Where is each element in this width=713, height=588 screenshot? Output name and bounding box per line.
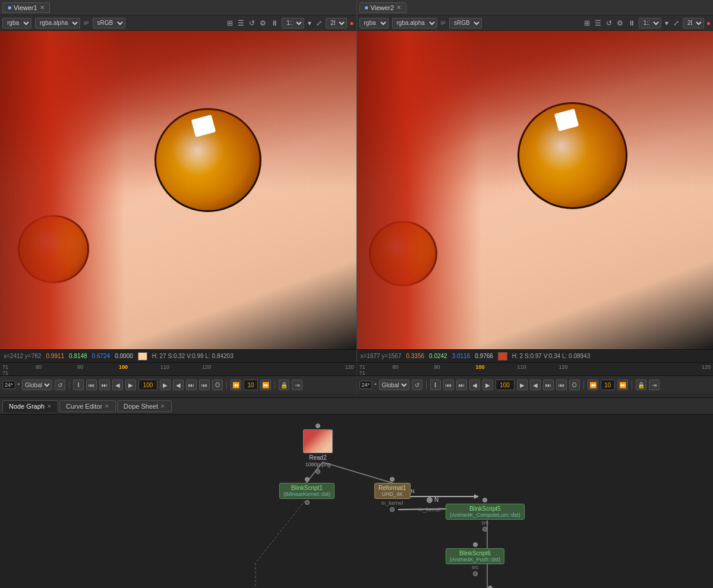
viewer2-channel-select[interactable]: rgba — [359, 18, 389, 29]
viewer1-colorspace-select[interactable]: sRGB — [93, 18, 125, 29]
tc-extra3-left[interactable]: ⇥ — [292, 380, 302, 390]
tc-next-left[interactable]: ⏭ — [186, 380, 197, 390]
current-frame-right[interactable] — [496, 380, 515, 390]
node-read2-input[interactable] — [316, 469, 320, 474]
node-blinkscript6[interactable]: BlinkScript6 (Anime4K_Push::dst) src — [446, 542, 504, 576]
tc-play-rev-right[interactable]: ◀ — [530, 380, 541, 390]
viewer1-close[interactable]: ✕ — [40, 4, 45, 11]
node-reformat1-output[interactable] — [390, 477, 395, 482]
fps-badge-left[interactable]: 24* — [2, 381, 15, 389]
viewer1-icon-list[interactable]: ☰ — [236, 19, 245, 27]
node-blinkscript1[interactable]: BlinkScript1 (BilinearKernel::dst) — [279, 477, 335, 505]
viewer2-colorspace-select[interactable]: sRGB — [449, 18, 482, 29]
viewer2-icon-refresh[interactable]: ↺ — [605, 19, 613, 27]
tc-loop-right[interactable]: O — [569, 380, 580, 390]
tc-prev-anim-right[interactable]: ⏮ — [443, 380, 454, 390]
viewer1-icon-settings[interactable]: ⚙ — [258, 19, 267, 27]
node-blinkscript5[interactable]: BlinkScript5 (Anime4K_ComputeLum::dst) s… — [446, 498, 525, 532]
node-reformat1-input[interactable] — [390, 507, 395, 512]
tc-play-right[interactable]: ▶ — [517, 380, 528, 390]
tc-lock-left[interactable]: 🔒 — [279, 380, 289, 390]
tab-dope-sheet[interactable]: Dope Sheet ✕ — [117, 400, 172, 412]
tc-extra2-right[interactable]: ⏩ — [617, 380, 628, 390]
viewer2-alpha-select[interactable]: rgba.alpha — [392, 18, 437, 29]
node-blinkscript5-input[interactable] — [482, 527, 487, 532]
node-blinkscript7[interactable]: BlinkScript7 (Anime4K_ComputeGradient::d… — [446, 586, 535, 588]
node-read2-output[interactable] — [316, 423, 320, 428]
node-blinkscript5-box[interactable]: BlinkScript5 (Anime4K_ComputeLum::dst) — [446, 504, 525, 520]
node-blinkscript1-output[interactable] — [305, 477, 310, 482]
viewer1-icon-refresh[interactable]: ↺ — [248, 19, 256, 27]
node-blinkscript7-output[interactable] — [488, 586, 493, 588]
viewer1-icon-expand[interactable]: ⤢ — [315, 19, 323, 27]
node-blinkscript6-box[interactable]: BlinkScript6 (Anime4K_Push::dst) — [446, 548, 504, 564]
tc-step-fwd-right[interactable]: ▶ — [482, 380, 493, 390]
tc-play-left[interactable]: ▶ — [160, 380, 171, 390]
viewer1-color-dot[interactable]: ● — [349, 19, 354, 27]
viewer2-icon-settings[interactable]: ⚙ — [616, 19, 624, 27]
global-dropdown-right[interactable]: Global — [379, 380, 409, 390]
tc-step-back-right[interactable]: ◀ — [469, 380, 480, 390]
tc-extra3-right[interactable]: ⇥ — [649, 380, 660, 390]
viewer2-icon-list[interactable]: ☰ — [594, 19, 602, 27]
viewer2-close[interactable]: ✕ — [396, 4, 401, 11]
node-blinkscript5-output[interactable] — [482, 498, 487, 502]
viewer1-channel-select[interactable]: rgba — [2, 18, 31, 29]
tc-step-fwd-left[interactable]: ▶ — [125, 380, 136, 390]
tc-next-right[interactable]: ⏭ — [543, 380, 554, 390]
tab-curve-editor-close[interactable]: ✕ — [105, 403, 109, 409]
tc-extra2-left[interactable]: ⏩ — [260, 380, 271, 390]
viewer2-icon-expand[interactable]: ⤢ — [672, 19, 680, 27]
tc-extra1-right[interactable]: ⏪ — [588, 380, 598, 390]
viewer1-icon-pause[interactable]: ⏸ — [270, 19, 279, 27]
tc-next-anim-right[interactable]: ⏮ — [556, 380, 567, 390]
tc-prev-left[interactable]: ⏭ — [99, 380, 110, 390]
global-dropdown-left[interactable]: Global — [22, 380, 52, 390]
tc-i-left[interactable]: I — [73, 380, 84, 390]
viewer2-mode-select[interactable]: 2D — [683, 18, 704, 29]
tc-prev-right[interactable]: ⏭ — [456, 380, 467, 390]
tab-dope-sheet-close[interactable]: ✕ — [160, 403, 165, 409]
viewer2-icon-grid[interactable]: ⊞ — [583, 19, 591, 27]
tc-prev-anim-left[interactable]: ⏮ — [86, 380, 97, 390]
fps-badge-right[interactable]: 24* — [359, 381, 373, 389]
node-read2[interactable]: Read2 1080p.png — [303, 423, 333, 474]
tc-reset-left[interactable]: ↺ — [55, 380, 65, 390]
viewer1-mode-select[interactable]: 2D — [326, 18, 347, 29]
tc-play-rev-left[interactable]: ◀ — [173, 380, 184, 390]
tc-i-right[interactable]: I — [430, 380, 441, 390]
node-graph-canvas[interactable]: Read2 1080p.png BlinkScript1 (BilinearKe… — [0, 415, 713, 588]
viewer2-tab[interactable]: ■ Viewer2 ✕ — [359, 2, 407, 13]
tc-next-anim-left[interactable]: ⏮ — [199, 380, 210, 390]
current-frame-left[interactable] — [138, 380, 157, 390]
node-reformat1-box[interactable]: Reformat1 UHD_4K N — [374, 483, 411, 499]
node-blinkscript6-output[interactable] — [473, 542, 478, 547]
tab-node-graph-close[interactable]: ✕ — [47, 403, 52, 409]
viewer2-color-dot[interactable]: ● — [706, 19, 711, 27]
playhead-right: 100 — [476, 364, 485, 370]
tc-reset-right[interactable]: ↺ — [412, 380, 422, 390]
viewer1-tab[interactable]: ■ Viewer1 ✕ — [2, 2, 50, 13]
reformat1-n-connector[interactable] — [427, 497, 433, 503]
tc-extra1-left[interactable]: ⏪ — [231, 380, 241, 390]
node-blinkscript6-input[interactable] — [473, 571, 478, 576]
viewer2-zoom-select[interactable]: 1:1 — [639, 18, 661, 29]
timeline-controls-left: 24* * Global ↺ I ⏮ ⏭ ◀ ▶ ▶ ◀ ⏭ ⏮ O ⏪ ⏩ 🔒… — [0, 376, 356, 394]
viewer2-zoom-arrow[interactable]: ▾ — [664, 19, 670, 27]
viewer1-zoom-select[interactable]: 1:1 — [282, 18, 304, 29]
node-blinkscript6-name: BlinkScript6 — [450, 550, 500, 557]
tab-node-graph[interactable]: Node Graph ✕ — [2, 400, 58, 412]
viewer1-icon-grid[interactable]: ⊞ — [226, 19, 234, 27]
viewer1-alpha-select[interactable]: rgba.alpha — [35, 18, 80, 29]
tab-curve-editor[interactable]: Curve Editor ✕ — [59, 400, 116, 412]
viewer1-zoom-arrow[interactable]: ▾ — [307, 19, 313, 27]
tc-lock-right[interactable]: 🔒 — [636, 380, 646, 390]
tc-loop-left[interactable]: O — [212, 380, 223, 390]
tc-step-back-left[interactable]: ◀ — [112, 380, 123, 390]
frame-extra-left[interactable] — [244, 380, 258, 390]
viewer2-icon-pause[interactable]: ⏸ — [627, 19, 636, 27]
node-reformat1[interactable]: Reformat1 UHD_4K N in_kernel — [374, 477, 411, 512]
node-blinkscript1-box[interactable]: BlinkScript1 (BilinearKernel::dst) — [279, 483, 335, 499]
node-blinkscript1-input[interactable] — [305, 500, 310, 505]
frame-extra-right[interactable] — [601, 380, 615, 390]
